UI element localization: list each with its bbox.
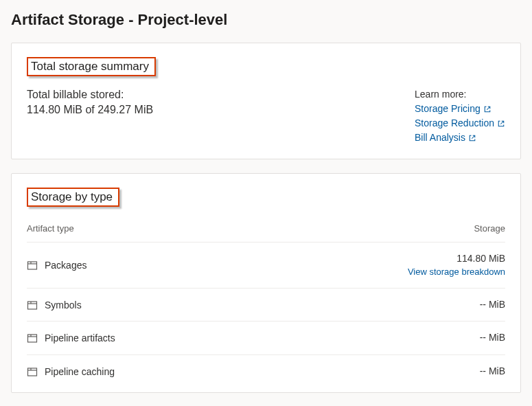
svg-rect-1	[28, 302, 37, 309]
table-row: Symbols -- MiB	[27, 288, 505, 322]
row-storage: -- MiB	[480, 365, 505, 379]
storage-pricing-label: Storage Pricing	[415, 102, 481, 116]
svg-rect-0	[28, 262, 37, 269]
view-breakdown-link[interactable]: View storage breakdown	[408, 266, 505, 278]
header-storage: Storage	[474, 223, 505, 234]
page-title: Artifact Storage - Project-level	[11, 11, 521, 29]
package-icon	[27, 260, 38, 271]
billable-stored-block: Total billable stored: 114.80 MiB of 249…	[27, 87, 153, 118]
svg-rect-2	[28, 335, 37, 342]
external-link-icon	[468, 134, 476, 142]
row-name: Packages	[45, 260, 86, 271]
learn-more-block: Learn more: Storage Pricing Storage Redu…	[415, 87, 505, 145]
summary-title: Total storage summary	[31, 60, 149, 74]
table-row: Packages 114.80 MiB View storage breakdo…	[27, 242, 505, 288]
summary-title-highlight: Total storage summary	[27, 57, 156, 76]
by-type-table-header: Artifact type Storage	[27, 218, 505, 242]
external-link-icon	[497, 120, 505, 128]
storage-by-type-card: Storage by type Artifact type Storage Pa…	[11, 173, 521, 393]
row-name: Symbols	[45, 300, 82, 311]
row-name: Pipeline caching	[45, 366, 115, 377]
svg-rect-3	[28, 368, 37, 376]
learn-more-label: Learn more:	[415, 87, 505, 102]
package-icon	[27, 300, 38, 311]
storage-reduction-link[interactable]: Storage Reduction	[415, 116, 505, 131]
row-storage: -- MiB	[480, 331, 505, 345]
by-type-title-highlight: Storage by type	[27, 188, 119, 207]
row-storage: -- MiB	[480, 298, 505, 312]
row-name: Pipeline artifacts	[45, 332, 115, 343]
row-storage: 114.80 MiB	[408, 252, 505, 266]
table-row: Pipeline artifacts -- MiB	[27, 321, 505, 354]
table-row: Pipeline caching -- MiB	[27, 354, 505, 388]
storage-pricing-link[interactable]: Storage Pricing	[415, 102, 491, 116]
billable-label: Total billable stored:	[27, 87, 153, 102]
storage-reduction-label: Storage Reduction	[415, 116, 494, 131]
package-icon	[27, 366, 38, 377]
bill-analysis-label: Bill Analysis	[415, 131, 465, 145]
package-icon	[27, 332, 38, 343]
by-type-title: Storage by type	[31, 190, 113, 204]
summary-card: Total storage summary Total billable sto…	[11, 43, 521, 159]
external-link-icon	[483, 105, 491, 113]
header-artifact-type: Artifact type	[27, 223, 74, 234]
billable-value: 114.80 MiB of 249.27 MiB	[27, 102, 153, 117]
bill-analysis-link[interactable]: Bill Analysis	[415, 131, 476, 145]
